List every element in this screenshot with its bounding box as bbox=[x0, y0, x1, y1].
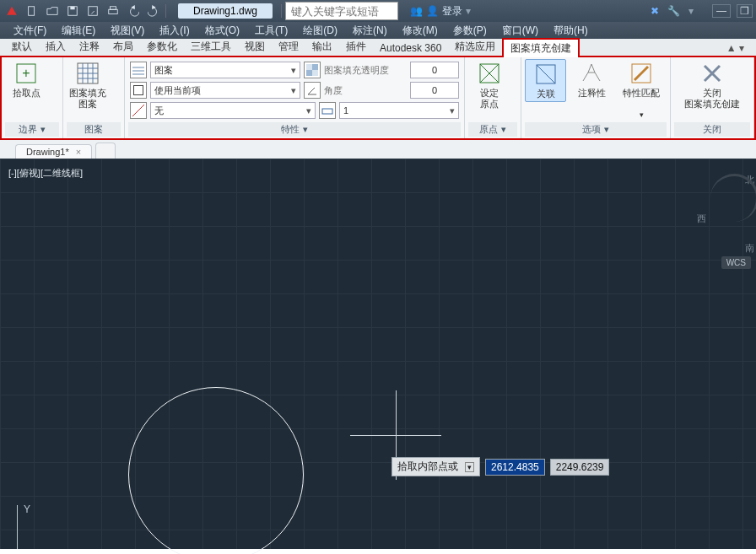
hatch-type-icon[interactable] bbox=[130, 62, 147, 78]
hatch-pattern-button[interactable]: 图案填充 图案 bbox=[67, 59, 109, 111]
tab-parametric[interactable]: 参数化 bbox=[140, 38, 184, 56]
transparency-label: 图案填充透明度 bbox=[324, 64, 407, 77]
compass-south[interactable]: 南 bbox=[745, 242, 754, 255]
min-icon[interactable]: — bbox=[712, 4, 731, 18]
viewport-label[interactable]: [-][俯视][二维线框] bbox=[8, 167, 83, 180]
save-icon[interactable] bbox=[64, 3, 81, 19]
compass-ring-icon[interactable] bbox=[710, 174, 756, 222]
svg-rect-11 bbox=[306, 70, 312, 76]
hatch-type-dropdown[interactable]: 图案 bbox=[150, 62, 300, 78]
ucs-y-label: Y bbox=[24, 503, 30, 515]
exchange-icon[interactable]: ✖ bbox=[651, 5, 659, 17]
menu-window[interactable]: 窗口(W) bbox=[497, 23, 543, 39]
prompt-dropdown-icon[interactable]: ▾ bbox=[465, 462, 474, 472]
svg-text:+: + bbox=[22, 66, 30, 80]
saveas-icon[interactable] bbox=[84, 3, 101, 19]
person-icon[interactable]: 👤 bbox=[426, 5, 439, 17]
ribbon-tab-strip: 默认 插入 注释 布局 参数化 三维工具 视图 管理 输出 插件 Autodes… bbox=[0, 39, 756, 57]
transparency-icon bbox=[304, 62, 321, 78]
model-space-viewport[interactable]: [-][俯视][二维线框] 拾取内部点或 ▾ 2612.4835 2249.62… bbox=[0, 159, 756, 549]
panel-title-origin[interactable]: 原点 ▾ bbox=[468, 122, 517, 137]
tab-3dtools[interactable]: 三维工具 bbox=[184, 38, 238, 56]
transparency-value[interactable]: 0 bbox=[410, 62, 459, 78]
open-icon[interactable] bbox=[44, 3, 61, 19]
panel-title-close[interactable]: 关闭 bbox=[674, 122, 750, 137]
menu-format[interactable]: 格式(O) bbox=[200, 23, 245, 39]
tab-a360[interactable]: Autodesk 360 bbox=[373, 40, 448, 56]
signin-icon[interactable]: 👥 bbox=[410, 5, 423, 17]
menu-bar: 文件(F) 编辑(E) 视图(V) 插入(I) 格式(O) 工具(T) 绘图(D… bbox=[0, 22, 756, 39]
compass-west[interactable]: 西 bbox=[697, 212, 706, 225]
menu-dimension[interactable]: 标注(N) bbox=[348, 23, 392, 39]
angle-icon bbox=[304, 82, 321, 99]
tab-hatch-creation[interactable]: 图案填充创建 bbox=[502, 38, 580, 57]
menu-tools[interactable]: 工具(T) bbox=[250, 23, 293, 39]
dynamic-x-coord[interactable]: 2612.4835 bbox=[485, 459, 545, 476]
panel-title-options[interactable]: 选项 ▾ bbox=[525, 122, 667, 137]
tab-view[interactable]: 视图 bbox=[238, 38, 272, 56]
file-tab-close-icon[interactable]: × bbox=[76, 147, 81, 157]
bgcolor-dropdown[interactable]: 无 bbox=[150, 102, 316, 119]
file-tab-strip: Drawing1* × bbox=[0, 140, 756, 159]
tab-manage[interactable]: 管理 bbox=[272, 38, 305, 56]
set-origin-button[interactable]: 设定 原点 bbox=[468, 59, 510, 111]
tab-featured[interactable]: 精选应用 bbox=[448, 38, 502, 56]
menu-modify[interactable]: 修改(M) bbox=[397, 23, 443, 39]
dynamic-y-coord[interactable]: 2249.6239 bbox=[550, 459, 610, 476]
dynamic-prompt-box[interactable]: 拾取内部点或 ▾ bbox=[392, 457, 480, 476]
svg-rect-0 bbox=[29, 7, 35, 16]
associative-icon bbox=[533, 62, 559, 87]
annotative-button[interactable]: 注释性 bbox=[570, 59, 613, 100]
angle-value[interactable]: 0 bbox=[410, 82, 459, 99]
dynamic-input-prompt: 拾取内部点或 ▾ 2612.4835 2249.6239 bbox=[392, 457, 609, 476]
panel-title-pattern[interactable]: 图案 bbox=[67, 122, 121, 137]
hatch-color-dropdown[interactable]: 使用当前项 bbox=[150, 82, 300, 99]
doc-title-tab: Drawing1.dwg bbox=[178, 3, 273, 19]
tab-layout[interactable]: 布局 bbox=[106, 38, 140, 56]
pick-points-button[interactable]: + 拾取点 bbox=[5, 59, 47, 100]
app-logo[interactable] bbox=[3, 3, 20, 19]
svg-rect-2 bbox=[70, 7, 74, 10]
tab-output[interactable]: 输出 bbox=[305, 38, 339, 56]
hatch-color-icon[interactable] bbox=[130, 82, 147, 99]
new-icon[interactable] bbox=[24, 3, 40, 19]
menu-parametric[interactable]: 参数(P) bbox=[448, 23, 492, 39]
associative-button[interactable]: 关联 bbox=[525, 59, 566, 102]
scale-value[interactable]: 1 bbox=[339, 102, 459, 119]
redo-icon[interactable] bbox=[145, 3, 162, 19]
menu-view[interactable]: 视图(V) bbox=[105, 23, 149, 39]
bgcolor-icon[interactable] bbox=[130, 102, 147, 119]
angle-label: 角度 bbox=[324, 84, 407, 97]
keyword-search-input[interactable] bbox=[285, 2, 398, 20]
match-properties-button[interactable]: 特性匹配▾ bbox=[617, 59, 667, 122]
menu-edit[interactable]: 编辑(E) bbox=[57, 23, 100, 39]
set-origin-icon bbox=[477, 61, 502, 86]
svg-rect-3 bbox=[89, 7, 98, 16]
wcs-badge[interactable]: WCS bbox=[721, 256, 751, 269]
login-link[interactable]: 登录 bbox=[442, 4, 462, 19]
drawn-circle bbox=[128, 387, 304, 554]
restore-icon[interactable]: ❐ bbox=[737, 4, 753, 18]
tab-default[interactable]: 默认 bbox=[5, 38, 39, 56]
panel-title-properties[interactable]: 特性 ▾ bbox=[128, 122, 461, 137]
print-icon[interactable] bbox=[105, 3, 122, 19]
tab-annotate[interactable]: 注释 bbox=[73, 38, 106, 56]
svg-rect-10 bbox=[312, 64, 318, 70]
panel-title-boundary[interactable]: 边界 ▾ bbox=[5, 122, 59, 137]
menu-draw[interactable]: 绘图(D) bbox=[298, 23, 343, 39]
tab-plugins[interactable]: 插件 bbox=[339, 38, 373, 56]
file-tab-drawing1[interactable]: Drawing1* × bbox=[15, 144, 92, 159]
menu-help[interactable]: 帮助(H) bbox=[548, 23, 593, 39]
svg-rect-4 bbox=[109, 9, 118, 13]
ribbon-expand-icon[interactable]: ▲ ▾ bbox=[720, 40, 751, 56]
view-cube[interactable]: 北 西 南 bbox=[710, 174, 756, 250]
close-icon bbox=[699, 61, 725, 86]
hatch-pattern-icon bbox=[75, 61, 100, 86]
undo-icon[interactable] bbox=[125, 3, 142, 19]
help-da-icon[interactable]: 🔧 bbox=[667, 5, 680, 17]
menu-insert[interactable]: 插入(I) bbox=[154, 23, 194, 39]
tab-insert[interactable]: 插入 bbox=[39, 38, 73, 56]
close-hatch-button[interactable]: 关闭 图案填充创建 bbox=[677, 59, 748, 111]
new-file-tab-button[interactable] bbox=[95, 143, 116, 159]
menu-file[interactable]: 文件(F) bbox=[8, 23, 51, 39]
